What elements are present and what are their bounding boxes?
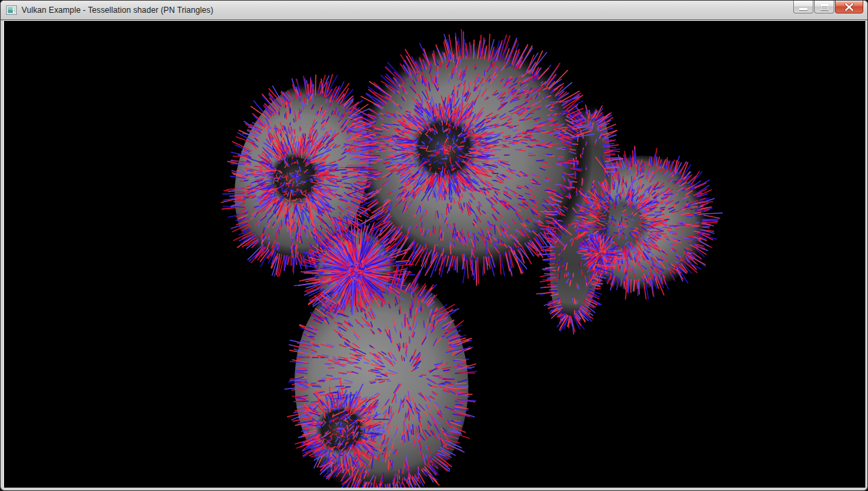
app-window: Vulkan Example - Tessellation shader (PN… — [0, 0, 868, 491]
titlebar[interactable]: Vulkan Example - Tessellation shader (PN… — [1, 1, 867, 20]
minimize-icon — [799, 8, 807, 10]
minimize-button[interactable] — [793, 1, 813, 13]
window-controls — [793, 1, 863, 13]
app-icon[interactable] — [6, 5, 17, 16]
window-title: Vulkan Example - Tessellation shader (PN… — [22, 5, 214, 15]
close-icon — [844, 3, 854, 11]
maximize-button[interactable] — [814, 1, 834, 13]
close-button[interactable] — [835, 1, 863, 13]
maximize-icon — [821, 4, 828, 10]
render-canvas[interactable] — [4, 21, 865, 488]
render-viewport[interactable] — [4, 21, 864, 486]
